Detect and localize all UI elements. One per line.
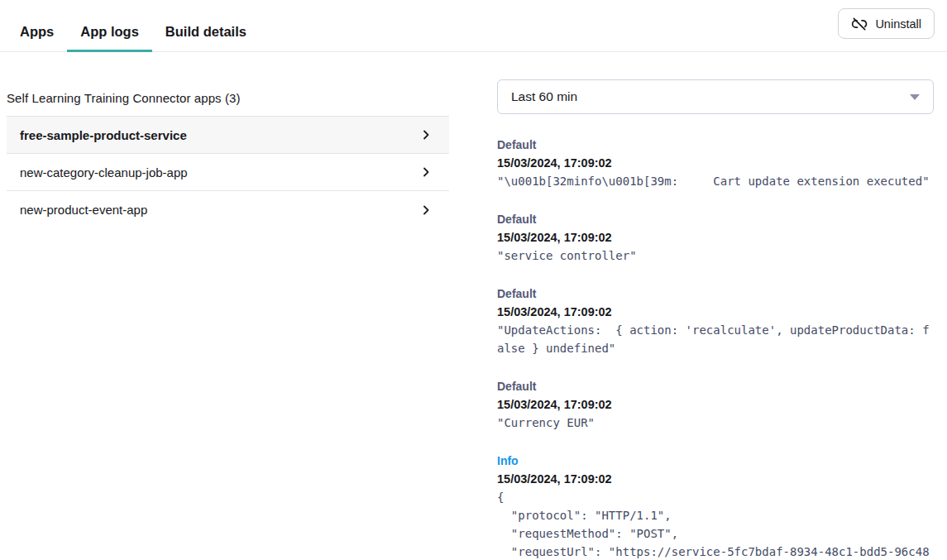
app-row-label: new-category-cleanup-job-app [20, 165, 188, 179]
log-entry: Default 15/03/2024, 17:09:02 "service co… [497, 210, 930, 265]
log-level: Info [497, 452, 930, 470]
chevron-right-icon [419, 165, 433, 179]
log-entry: Default 15/03/2024, 17:09:02 "\u001b[32m… [497, 136, 930, 190]
log-timestamp: 15/03/2024, 17:09:02 [497, 154, 930, 172]
unlink-icon [851, 16, 868, 32]
log-message: "service controller" [497, 246, 930, 265]
log-level: Default [497, 136, 930, 154]
log-timestamp: 15/03/2024, 17:09:02 [497, 303, 930, 321]
log-timestamp: 15/03/2024, 17:09:02 [497, 395, 930, 414]
log-entry: Default 15/03/2024, 17:09:02 "UpdateActi… [497, 285, 930, 357]
tab-bar: Apps App logs Build details [0, 0, 947, 52]
log-level: Default [497, 377, 930, 395]
logs-panel: Last 60 min Default 15/03/2024, 17:09:02… [497, 79, 934, 560]
app-row-label: free-sample-product-service [20, 128, 187, 142]
log-entry: Info 15/03/2024, 17:09:02 { "protocol": … [497, 452, 930, 560]
uninstall-label: Uninstall [875, 17, 921, 31]
log-level: Default [497, 210, 930, 228]
chevron-down-icon [910, 94, 920, 100]
chevron-right-icon [419, 128, 433, 141]
log-message: { "protocol": "HTTP/1.1", "requestMethod… [497, 488, 930, 560]
log-entry: Default 15/03/2024, 17:09:02 "Currency E… [497, 377, 930, 432]
apps-list-header: Self Learning Training Connector apps (3… [7, 91, 449, 105]
tab-app-logs[interactable]: App logs [67, 17, 152, 52]
uninstall-button[interactable]: Uninstall [838, 8, 935, 39]
time-range-select[interactable]: Last 60 min [497, 79, 934, 114]
app-list: free-sample-product-service new-category… [7, 116, 449, 228]
app-row-new-product-event-app[interactable]: new-product-event-app [7, 191, 449, 228]
log-entries[interactable]: Default 15/03/2024, 17:09:02 "\u001b[32m… [497, 136, 930, 560]
log-message: "Currency EUR" [497, 414, 930, 432]
time-range-value: Last 60 min [511, 89, 577, 104]
apps-panel: Self Learning Training Connector apps (3… [7, 91, 449, 228]
app-row-label: new-product-event-app [20, 203, 147, 217]
tab-build-details[interactable]: Build details [152, 17, 260, 52]
tab-apps[interactable]: Apps [7, 17, 67, 52]
log-timestamp: 15/03/2024, 17:09:02 [497, 470, 930, 488]
log-message: "\u001b[32minfo\u001b[39m: Cart update e… [497, 172, 930, 190]
chevron-right-icon [419, 203, 433, 217]
app-row-free-sample-product-service[interactable]: free-sample-product-service [7, 117, 449, 154]
log-message: "UpdateActions: { action: 'recalculate',… [497, 321, 930, 357]
app-row-new-category-cleanup-job-app[interactable]: new-category-cleanup-job-app [7, 154, 449, 191]
log-level: Default [497, 285, 930, 303]
log-timestamp: 15/03/2024, 17:09:02 [497, 228, 930, 246]
